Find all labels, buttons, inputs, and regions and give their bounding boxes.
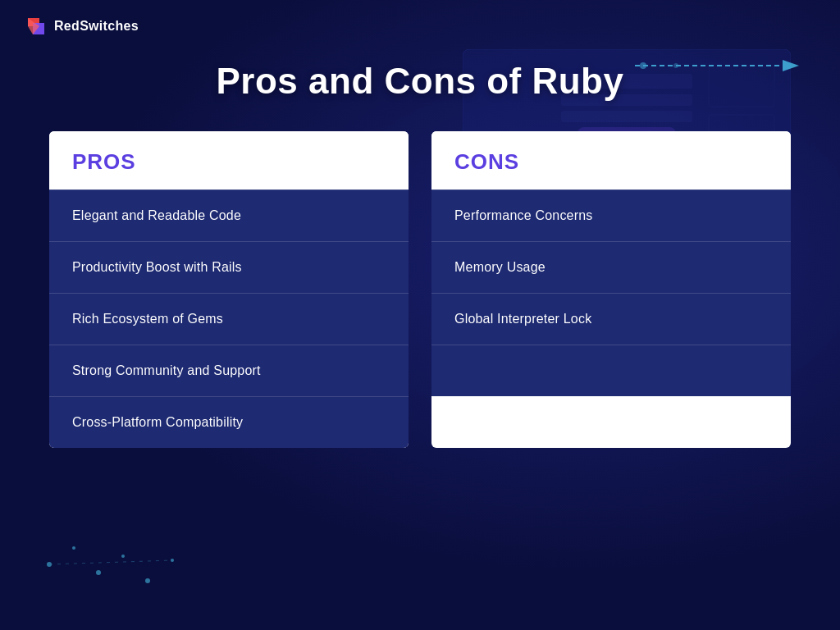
pros-items-list: Elegant and Readable Code Productivity B… <box>49 189 409 448</box>
cons-items-list: Performance Concerns Memory Usage Global… <box>431 189 791 396</box>
svg-point-5 <box>72 546 75 550</box>
pros-card: PROS Elegant and Readable Code Productiv… <box>49 131 409 448</box>
cons-title: CONS <box>454 149 519 174</box>
logo-text: RedSwitches <box>54 19 139 34</box>
pros-card-header: PROS <box>49 131 409 189</box>
pros-title: PROS <box>72 149 136 174</box>
cons-card-header: CONS <box>431 131 791 189</box>
cons-item-1: Performance Concerns <box>431 189 791 241</box>
cons-card: CONS Performance Concerns Memory Usage G… <box>431 131 791 448</box>
page-title: Pros and Cons of Ruby <box>217 61 624 102</box>
cons-item-2: Memory Usage <box>431 241 791 293</box>
cons-item-4 <box>431 345 791 396</box>
cons-item-3: Global Interpreter Lock <box>431 293 791 345</box>
svg-line-10 <box>49 560 172 564</box>
pros-item-4: Strong Community and Support <box>49 345 409 396</box>
main-content: Pros and Cons of Ruby PROS Elegant and R… <box>0 52 840 448</box>
pros-item-1: Elegant and Readable Code <box>49 189 409 241</box>
pros-item-5: Cross-Platform Compatibility <box>49 396 409 448</box>
pros-item-2: Productivity Boost with Rails <box>49 241 409 293</box>
logo-icon <box>25 15 48 38</box>
svg-point-6 <box>96 570 101 575</box>
cards-row: PROS Elegant and Readable Code Productiv… <box>49 131 791 448</box>
svg-point-7 <box>121 555 125 558</box>
svg-point-8 <box>145 578 150 583</box>
header: RedSwitches <box>0 0 840 52</box>
pros-item-3: Rich Ecosystem of Gems <box>49 293 409 345</box>
dots-decoration <box>33 523 197 605</box>
